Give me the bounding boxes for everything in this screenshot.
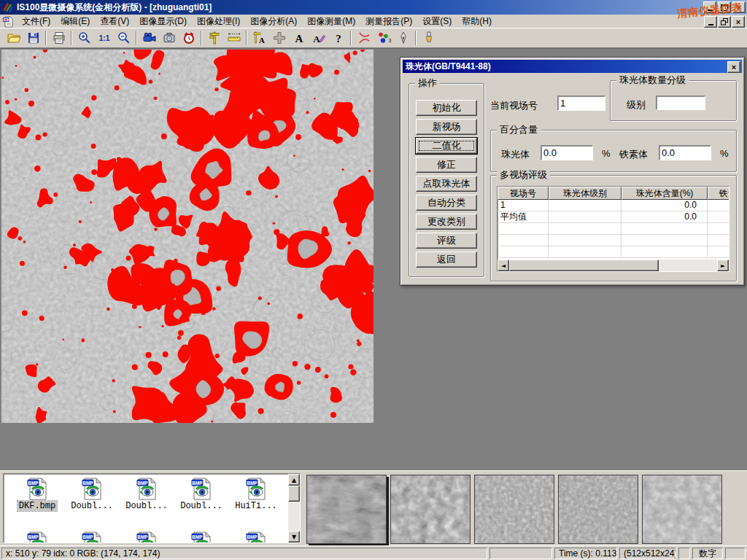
timer-button[interactable]	[179, 29, 198, 47]
percent-group-label: 百分含量	[497, 125, 541, 135]
bmp-file-icon	[80, 477, 104, 500]
menu-measure-report[interactable]: 测量报告(P)	[360, 15, 417, 28]
child-restore-button[interactable]	[718, 16, 731, 28]
grade-button[interactable]: 评级	[416, 233, 477, 249]
menu-image-display[interactable]: 图像显示(D)	[134, 15, 192, 28]
thumbnail-1[interactable]	[306, 475, 387, 544]
table-row[interactable]: 平均值 0.0	[498, 211, 729, 223]
actual-size-button[interactable]: 1:1	[95, 29, 113, 47]
table-row-empty[interactable]	[498, 235, 729, 246]
file-item-partial[interactable]	[229, 531, 283, 543]
toolbar-separator	[45, 31, 47, 45]
table-horizontal-scrollbar[interactable]: ◄ ►	[498, 260, 729, 271]
zoom-out-button[interactable]	[115, 29, 133, 47]
save-button[interactable]	[24, 29, 42, 47]
current-field-label: 当前视场号	[490, 99, 538, 112]
ferrite-percent-input[interactable]	[659, 145, 711, 160]
scrollbar-thumb[interactable]	[509, 260, 659, 271]
file-list-scrollbar[interactable]: ▲ ▼	[288, 474, 300, 542]
print-button[interactable]	[50, 29, 68, 47]
scroll-up-button[interactable]: ▲	[288, 474, 300, 486]
pick-pearlite-button[interactable]: 点取珠光体	[416, 176, 477, 192]
dialog-title: 珠光体(GB/T9441-88)	[403, 61, 491, 73]
menu-image-measure[interactable]: 图像测量(M)	[302, 15, 360, 28]
annotate-button[interactable]: A	[309, 29, 328, 47]
status-position: x: 510 y: 79 idx: 0 RGB: (174, 174, 174)	[1, 548, 487, 559]
menu-view[interactable]: 查看(V)	[95, 15, 134, 28]
move-button[interactable]	[270, 29, 288, 47]
pearlite-percent-input[interactable]	[541, 145, 593, 160]
bmp-file-icon	[244, 531, 268, 543]
print-icon	[52, 31, 66, 45]
toolbar-separator	[246, 31, 247, 45]
pen-button[interactable]	[394, 29, 412, 47]
rating-table[interactable]: 视场号 珠光体级别 珠光体含量(%) 铁素体含量(%) 1 0.0 平均值	[497, 186, 729, 272]
menu-settings[interactable]: 设置(S)	[417, 15, 457, 28]
scroll-right-button[interactable]: ►	[717, 260, 729, 271]
file-item-partial[interactable]	[174, 531, 228, 543]
file-item[interactable]: DKF.bmp	[10, 477, 64, 511]
caliper-button[interactable]	[205, 29, 223, 47]
thumbnail-4[interactable]	[558, 475, 638, 544]
thumbnail-5[interactable]	[642, 475, 722, 544]
capture-button[interactable]	[160, 29, 178, 47]
curve-button[interactable]	[355, 29, 373, 47]
current-field-input[interactable]	[557, 96, 605, 111]
file-label: Doubl...	[124, 501, 169, 511]
new-field-button[interactable]: 新视场	[416, 119, 477, 135]
menu-image-processing[interactable]: 图像处理(I)	[192, 15, 245, 28]
auto-classify-button[interactable]: 自动分类	[416, 195, 477, 211]
help-icon: ?	[331, 31, 346, 45]
file-item-partial[interactable]	[120, 531, 174, 543]
measure-text-button[interactable]: A	[250, 29, 268, 47]
svg-text:A: A	[313, 34, 320, 44]
table-row-empty[interactable]	[498, 246, 729, 258]
thumbnail-2[interactable]	[390, 475, 471, 544]
ruler-button[interactable]	[225, 29, 243, 47]
menu-help[interactable]: 帮助(H)	[457, 15, 497, 28]
file-item-partial[interactable]	[65, 531, 119, 543]
text-button[interactable]: A	[290, 29, 308, 47]
table-row-empty[interactable]	[498, 223, 729, 235]
brush-button[interactable]	[419, 29, 438, 47]
file-item[interactable]: Doubl...	[174, 477, 228, 511]
menu-image-analysis[interactable]: 图像分析(A)	[245, 15, 302, 28]
cell-content: 0.0	[622, 211, 708, 222]
open-button[interactable]	[4, 29, 23, 47]
col-pearlite-content[interactable]: 珠光体含量(%)	[622, 187, 708, 200]
video-camera-button[interactable]	[140, 29, 158, 47]
dialog-close-button[interactable]: ×	[727, 61, 740, 73]
change-class-button[interactable]: 更改类别	[416, 214, 477, 230]
file-label: DKF.bmp	[18, 501, 57, 511]
scrollbar-thumb[interactable]	[288, 486, 300, 502]
window-title: IS100显微摄像系统(金相分析版) - [zhuguangti01]	[17, 1, 212, 14]
scroll-left-button[interactable]: ◄	[498, 260, 509, 271]
specimen-image[interactable]	[1, 50, 374, 423]
toolbar: 1:1 A A A ? 3	[0, 28, 747, 48]
zoom-in-button[interactable]	[75, 29, 93, 47]
dialog-titlebar[interactable]: 珠光体(GB/T9441-88) ×	[403, 60, 742, 73]
file-item[interactable]: HuiTi...	[229, 477, 283, 511]
file-list[interactable]: DKF.bmp Doubl... Doubl... Doubl... HuiTi…	[3, 473, 301, 543]
col-ferrite-content[interactable]: 铁素体含量(%)	[708, 187, 729, 200]
table-row[interactable]: 1 0.0	[498, 200, 729, 211]
menu-edit[interactable]: 编辑(E)	[55, 15, 95, 28]
help-button[interactable]: ?	[329, 29, 347, 47]
table-header: 视场号 珠光体级别 珠光体含量(%) 铁素体含量(%)	[498, 187, 729, 200]
binarize-button[interactable]: 二值化	[416, 138, 477, 154]
return-button[interactable]: 返回	[416, 252, 477, 268]
child-close-button[interactable]: ×	[732, 16, 745, 28]
file-item[interactable]: Doubl...	[65, 477, 119, 511]
grade-input[interactable]	[656, 96, 705, 110]
thumbnail-3[interactable]	[474, 475, 554, 544]
file-item[interactable]: Doubl...	[120, 477, 174, 511]
correct-button[interactable]: 修正	[416, 157, 477, 173]
file-item-partial[interactable]	[10, 531, 64, 543]
col-field-no[interactable]: 视场号	[498, 187, 549, 200]
menu-file[interactable]: 文件(F)	[17, 15, 55, 28]
classify-points-button[interactable]: 3	[374, 29, 392, 47]
scroll-down-button[interactable]: ▼	[288, 531, 300, 542]
arrow-left-icon: ◄	[501, 262, 506, 269]
init-button[interactable]: 初始化	[416, 100, 477, 116]
col-pearlite-grade[interactable]: 珠光体级别	[549, 187, 622, 200]
